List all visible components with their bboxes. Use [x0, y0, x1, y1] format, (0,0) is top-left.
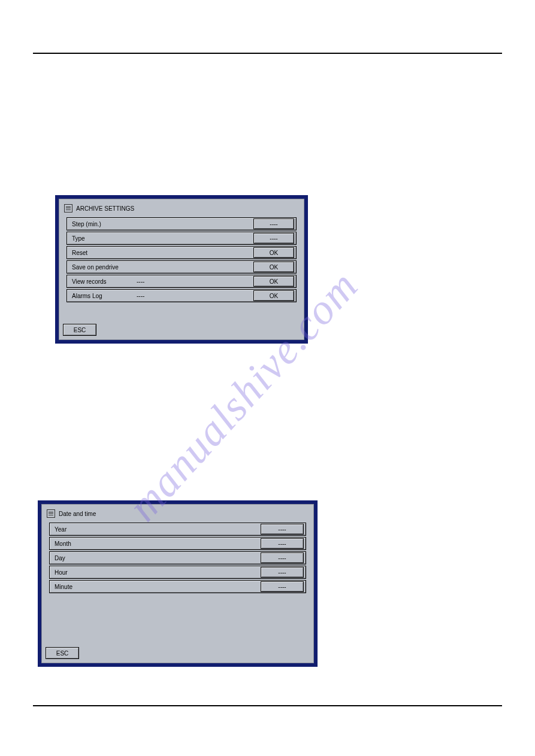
row-label: Year [50, 523, 116, 535]
row-label: Alarms Log [67, 290, 133, 302]
view-records-ok-button[interactable]: OK [253, 276, 294, 287]
row-label: Day [50, 552, 116, 564]
row-mid [133, 247, 253, 259]
divider-bottom [33, 705, 502, 706]
panel-archive-header: ARCHIVE SETTINGS [63, 203, 300, 216]
panel-date-time: Date and time Year ---- Month ---- Day -… [38, 500, 318, 667]
esc-button[interactable]: ESC [63, 324, 96, 336]
panel-archive-settings: ARCHIVE SETTINGS Step (min.) ---- Type -… [55, 195, 308, 344]
month-value-button[interactable]: ---- [261, 538, 304, 549]
row-mid [116, 523, 261, 535]
row-mid [133, 261, 253, 273]
row-step: Step (min.) ---- [67, 217, 297, 230]
row-label: Type [67, 232, 133, 244]
step-value-button[interactable]: ---- [253, 218, 294, 229]
panel-date-title: Date and time [59, 511, 96, 517]
row-alarms-log: Alarms Log ---- OK [67, 289, 297, 302]
list-icon [64, 204, 72, 212]
esc-button[interactable]: ESC [46, 647, 79, 659]
minute-value-button[interactable]: ---- [261, 581, 304, 592]
save-pendrive-ok-button[interactable]: OK [253, 262, 294, 272]
row-label: Reset [67, 247, 133, 259]
row-mid: ---- [133, 275, 253, 287]
row-type: Type ---- [67, 232, 297, 245]
alarms-log-ok-button[interactable]: OK [253, 290, 294, 301]
divider-top [33, 53, 502, 54]
row-label: Month [50, 538, 116, 549]
hour-value-button[interactable]: ---- [261, 567, 304, 578]
row-mid [133, 232, 253, 244]
row-save-pendrive: Save on pendrive OK [67, 260, 297, 274]
row-view-records: View records ---- OK [67, 275, 297, 288]
row-label: Step (min.) [67, 218, 133, 230]
row-label: View records [67, 275, 133, 287]
row-label: Hour [50, 566, 116, 578]
reset-ok-button[interactable]: OK [253, 247, 294, 258]
row-hour: Hour ---- [49, 566, 306, 579]
panel-date-inner: Date and time Year ---- Month ---- Day -… [41, 504, 314, 663]
row-reset: Reset OK [67, 246, 297, 259]
panel-archive-title: ARCHIVE SETTINGS [76, 205, 134, 212]
type-value-button[interactable]: ---- [253, 233, 294, 244]
row-year: Year ---- [49, 523, 306, 536]
row-minute: Minute ---- [49, 580, 306, 593]
row-mid: ---- [133, 290, 253, 302]
row-mid [116, 552, 261, 564]
row-label: Minute [50, 581, 116, 593]
row-label: Save on pendrive [67, 261, 133, 273]
row-mid [116, 538, 261, 549]
list-icon [47, 509, 55, 518]
day-value-button[interactable]: ---- [261, 552, 304, 563]
panel-date-header: Date and time [46, 508, 310, 521]
row-mid [116, 581, 261, 593]
panel-archive-inner: ARCHIVE SETTINGS Step (min.) ---- Type -… [59, 199, 304, 340]
year-value-button[interactable]: ---- [261, 524, 304, 535]
row-month: Month ---- [49, 537, 306, 550]
row-mid [133, 218, 253, 230]
row-mid [116, 566, 261, 578]
row-day: Day ---- [49, 551, 306, 564]
